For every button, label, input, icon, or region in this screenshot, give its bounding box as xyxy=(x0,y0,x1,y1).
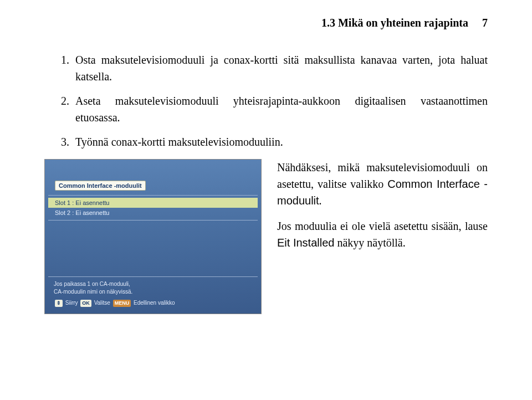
list-text: Osta maksutelevisiomoduuli ja conax-kort… xyxy=(75,52,488,85)
list-item: 1. Osta maksutelevisiomoduuli ja conax-k… xyxy=(61,52,488,85)
ui-term: Eit Installed xyxy=(277,237,334,249)
list-text: Työnnä conax-kortti maksutelevisiomoduul… xyxy=(75,134,488,150)
section-title: 1.3 Mikä on yhteinen rajapinta xyxy=(321,17,468,29)
osd-title: Common Interface -moduulit xyxy=(55,181,146,191)
nav-menu-chip: MENU xyxy=(113,300,131,307)
side-text-block: Nähdäksesi, mikä maksutelevisiomoduuli o… xyxy=(277,159,488,260)
list-number: 3. xyxy=(61,134,75,150)
osd-screenshot: Common Interface -moduulit Slot 1 : Ei a… xyxy=(44,159,262,314)
side-text: näkyy näytöllä. xyxy=(334,237,405,249)
instruction-list: 1. Osta maksutelevisiomoduuli ja conax-k… xyxy=(44,52,488,150)
page-number: 7 xyxy=(482,17,488,29)
osd-slot-2: Slot 2 : Ei asennettu xyxy=(48,208,258,218)
list-item: 3. Työnnä conax-kortti maksutelevisiomod… xyxy=(61,134,488,150)
osd-hint-line: Jos paikassa 1 on CA-moduuli, xyxy=(54,280,252,288)
nav-label: Valitse xyxy=(94,300,110,306)
side-text: . xyxy=(319,194,322,207)
list-number: 2. xyxy=(61,93,75,126)
nav-ok-chip: OK xyxy=(80,300,91,307)
list-text: Aseta maksutelevisiomoduuli yhteisrajapi… xyxy=(75,93,488,126)
nav-label: Edellinen valikko xyxy=(134,300,175,306)
nav-arrows-icon: ⇕ xyxy=(55,300,63,307)
osd-slot-1: Slot 1 : Ei asennettu xyxy=(48,198,258,208)
nav-label: Siirry xyxy=(65,300,78,306)
osd-nav-hints: ⇕ Siirry OK Valitse MENU Edellinen valik… xyxy=(54,299,252,307)
side-paragraph: Jos moduulia ei ole vielä asetettu sisää… xyxy=(277,218,488,251)
osd-footer: Jos paikassa 1 on CA-moduuli, CA-moduuli… xyxy=(48,276,258,309)
page-header: 1.3 Mikä on yhteinen rajapinta 7 xyxy=(44,17,488,29)
side-text: Jos moduulia ei ole vielä asetettu sisää… xyxy=(277,220,488,232)
list-item: 2. Aseta maksutelevisiomoduuli yhteisraj… xyxy=(61,93,488,126)
side-paragraph: Nähdäksesi, mikä maksutelevisiomoduuli o… xyxy=(277,159,488,209)
osd-slot-list: Slot 1 : Ei asennettu Slot 2 : Ei asenne… xyxy=(48,195,258,220)
list-number: 1. xyxy=(61,52,75,85)
osd-hint-line: CA-moduulin nimi on näkyvissä. xyxy=(54,288,252,296)
